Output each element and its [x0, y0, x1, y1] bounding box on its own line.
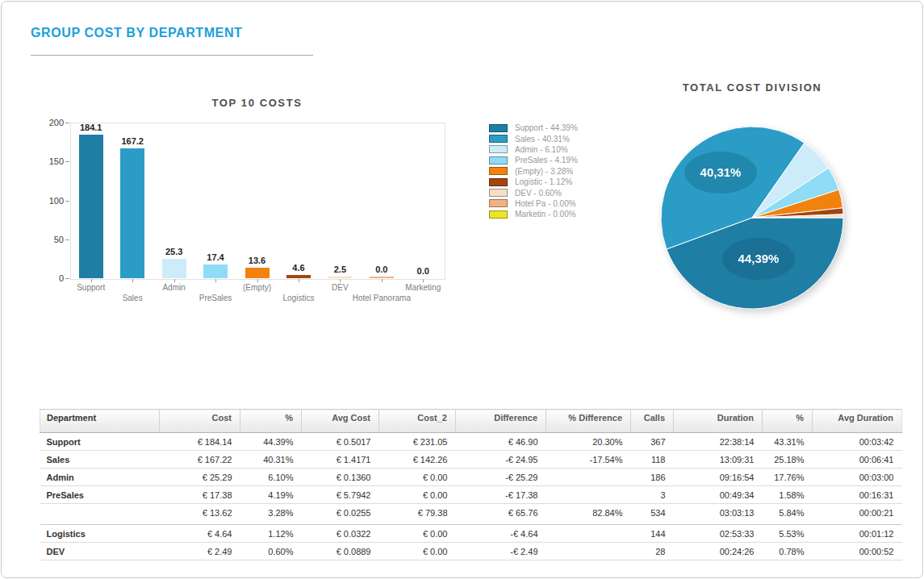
table-cell: € 46.90 — [456, 433, 546, 451]
legend-item: Hotel Pa - 0.00% — [489, 198, 578, 209]
table-row: € 13.623.28%€ 0.0255€ 79.38€ 65.7682.84%… — [40, 504, 902, 522]
title-underline — [31, 55, 313, 56]
department-cell: Logistics — [40, 525, 160, 543]
bar — [328, 277, 352, 278]
pie-legend: Support - 44.39%Sales - 40.31%Admin - 6.… — [489, 123, 578, 220]
table-cell: 02:53:33 — [674, 525, 763, 543]
table-cell: 144 — [631, 525, 674, 543]
legend-swatch — [489, 135, 508, 143]
table-cell: 5.84% — [763, 504, 813, 522]
table-cell: € 17.38 — [160, 486, 240, 504]
table-cell: 44.39% — [240, 433, 302, 451]
table-cell: 43.31% — [763, 433, 813, 451]
x-axis-tick-mark — [299, 279, 299, 282]
table-cell: € 0.0889 — [302, 543, 379, 560]
pie-callout-label: 40,31% — [700, 165, 742, 179]
x-tick-label: Admin — [130, 283, 219, 292]
column-header: Calls — [631, 410, 674, 433]
table-cell: € 167.22 — [160, 451, 240, 469]
column-header: Department — [40, 410, 160, 433]
bar — [162, 259, 186, 278]
y-axis-tick-label: 200 — [40, 118, 64, 127]
column-header: % — [240, 410, 302, 433]
table-cell: € 0.5017 — [302, 433, 379, 451]
table-cell: € 65.76 — [456, 504, 546, 522]
table-cell: 00:00:21 — [813, 504, 902, 522]
y-axis-tick-label: 100 — [40, 196, 64, 206]
x-axis-tick-mark — [91, 279, 92, 282]
y-axis-tick-mark — [65, 278, 69, 279]
table-cell: € 5.7942 — [302, 486, 379, 504]
page-title: GROUP COST BY DEPARTMENT — [31, 26, 242, 40]
y-axis-tick-mark — [65, 201, 69, 202]
table-row: PreSales€ 17.384.19%€ 5.7942€ 0.00-€ 17.… — [40, 486, 902, 504]
table-row: Sales€ 167.2240.31%€ 1.4171€ 142.26-€ 24… — [40, 451, 902, 469]
table-cell: 00:03:00 — [813, 469, 902, 486]
table-row: Admin€ 25.296.10%€ 0.1360€ 0.00-€ 25.291… — [40, 469, 902, 486]
table-cell: 186 — [631, 469, 674, 486]
column-header: % — [763, 410, 813, 433]
column-header: Avg Cost — [302, 410, 379, 433]
legend-item-label: Admin - 6.10% — [515, 145, 568, 154]
table-cell: € 0.1360 — [302, 469, 379, 486]
legend-item-label: Support - 44.39% — [515, 123, 578, 132]
table-cell: 28 — [631, 543, 674, 560]
pie-callout: 40,31% — [684, 152, 757, 194]
column-header: Difference — [456, 410, 546, 433]
legend-item: (Empty) - 3.28% — [489, 166, 578, 177]
legend-swatch — [489, 156, 508, 165]
table-cell: € 25.29 — [160, 469, 240, 486]
y-axis-tick-mark — [65, 240, 69, 240]
table-cell: 09:16:54 — [674, 469, 763, 486]
department-cell: PreSales — [40, 486, 160, 504]
department-cell: Admin — [40, 469, 160, 486]
table-cell: € 184.14 — [160, 433, 240, 451]
table-cell: -€ 24.95 — [456, 451, 546, 469]
table-cell: 118 — [631, 451, 674, 469]
y-axis-tick-label: 150 — [40, 156, 64, 166]
table-cell: € 4.64 — [160, 525, 240, 543]
table-cell: 20.30% — [546, 433, 631, 451]
bar-chart: TOP 10 COSTS 050100150200184.1Support167… — [50, 92, 458, 318]
table-cell: € 0.0322 — [302, 525, 379, 543]
table-cell: 534 — [631, 504, 674, 522]
table-cell: 3 — [631, 486, 674, 504]
table-cell: 6.10% — [240, 469, 302, 486]
table-header-row: DepartmentCost%Avg CostCost_2Difference%… — [40, 410, 902, 433]
x-tick-label: (Empty) — [213, 283, 302, 292]
table-cell: 367 — [631, 433, 674, 451]
column-header: % Difference — [546, 410, 631, 433]
table-cell — [546, 486, 631, 504]
legend-item: Support - 44.39% — [489, 123, 578, 133]
x-tick-label: Support — [47, 283, 136, 292]
bar-value-label: 184.1 — [67, 123, 115, 132]
bar — [245, 268, 270, 278]
x-tick-label: PreSales — [171, 294, 260, 302]
legend-swatch — [489, 189, 508, 197]
x-tick-label: Marketing — [378, 283, 467, 292]
table-cell: 4.19% — [240, 486, 302, 504]
x-axis-tick-mark — [257, 279, 258, 282]
legend-item: Sales - 40.31% — [489, 133, 578, 144]
table-cell: 1.58% — [763, 486, 813, 504]
table-cell: 0.60% — [240, 543, 302, 560]
legend-item: Admin - 6.10% — [489, 144, 578, 155]
column-header: Cost — [160, 410, 240, 433]
bar — [120, 148, 144, 278]
table-cell: 22:38:14 — [674, 433, 763, 451]
table-cell: 40.31% — [240, 451, 302, 469]
report-page: GROUP COST BY DEPARTMENT TOP 10 COSTS 05… — [1, 1, 923, 578]
table-cell: -17.54% — [546, 451, 631, 469]
table-cell: 5.53% — [763, 525, 813, 543]
table-cell: € 2.49 — [160, 543, 240, 560]
table-cell: € 0.0255 — [302, 504, 379, 522]
table-cell: € 0.00 — [379, 469, 456, 486]
x-axis-tick-mark — [340, 279, 341, 282]
table-cell: 0.78% — [763, 543, 813, 560]
table-cell — [546, 543, 631, 560]
table-cell: 00:00:52 — [813, 543, 902, 560]
column-header: Cost_2 — [379, 410, 456, 433]
cost-table: DepartmentCost%Avg CostCost_2Difference%… — [40, 409, 902, 560]
table-cell: € 1.4171 — [302, 451, 379, 469]
table-cell: 17.76% — [763, 469, 813, 486]
